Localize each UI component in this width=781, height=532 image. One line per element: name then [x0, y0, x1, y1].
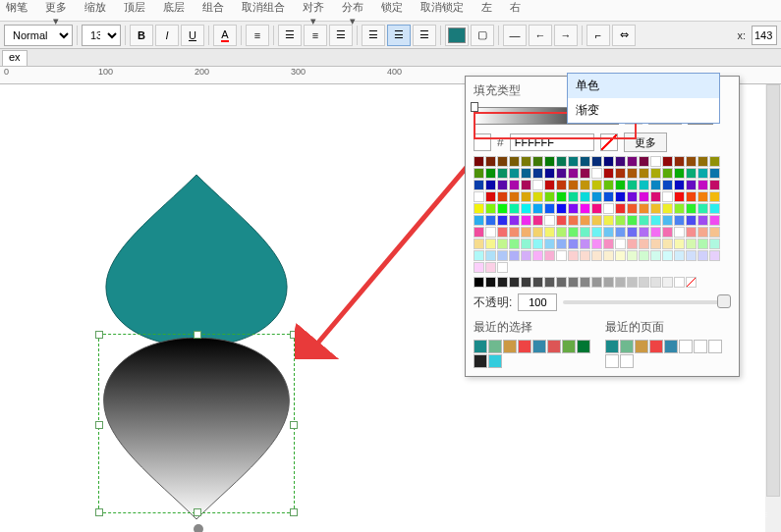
- palette-cell[interactable]: [580, 203, 590, 214]
- palette-cell[interactable]: [603, 203, 614, 214]
- palette-cell[interactable]: [474, 156, 484, 167]
- palette-cell[interactable]: [497, 168, 508, 179]
- palette-cell[interactable]: [532, 250, 543, 261]
- palette-cell[interactable]: [556, 203, 567, 214]
- palette-cell[interactable]: [709, 203, 720, 214]
- palette-cell[interactable]: [532, 191, 543, 202]
- flip-h-button[interactable]: ⇔: [612, 25, 636, 46]
- palette-cell[interactable]: [650, 250, 661, 261]
- palette-cell[interactable]: [603, 250, 614, 261]
- resize-handle-e[interactable]: [290, 421, 298, 429]
- palette-cell[interactable]: [509, 250, 520, 261]
- palette-cell[interactable]: [697, 180, 708, 190]
- palette-cell[interactable]: [544, 191, 555, 202]
- palette-cell[interactable]: [532, 203, 543, 214]
- palette-cell[interactable]: [627, 227, 638, 238]
- palette-cell[interactable]: [674, 168, 685, 179]
- palette-cell[interactable]: [544, 227, 555, 238]
- palette-cell[interactable]: [686, 239, 697, 249]
- arrow-end-button[interactable]: →: [554, 25, 578, 46]
- palette-cell[interactable]: [509, 215, 520, 226]
- palette-cell[interactable]: [485, 227, 496, 238]
- palette-cell[interactable]: [639, 250, 649, 261]
- palette-cell[interactable]: [591, 227, 602, 238]
- recent-swatch[interactable]: [635, 340, 648, 353]
- palette-cell[interactable]: [544, 180, 555, 190]
- palette-cell[interactable]: [532, 168, 543, 179]
- align-center-button[interactable]: ≡: [304, 25, 327, 46]
- palette-cell[interactable]: [674, 156, 685, 167]
- bold-button[interactable]: B: [130, 25, 153, 46]
- palette-cell[interactable]: [709, 168, 720, 179]
- arrow-start-button[interactable]: ←: [529, 25, 552, 46]
- palette-cell[interactable]: [639, 156, 649, 167]
- palette-cell[interactable]: [650, 191, 661, 202]
- palette-cell[interactable]: [509, 227, 520, 238]
- palette-cell[interactable]: [521, 168, 531, 179]
- palette-cell[interactable]: [497, 156, 508, 167]
- palette-cell[interactable]: [709, 227, 720, 238]
- palette-cell[interactable]: [591, 250, 602, 261]
- recent-swatch[interactable]: [488, 340, 502, 353]
- gray-cell[interactable]: [474, 277, 484, 288]
- palette-cell[interactable]: [568, 203, 579, 214]
- scrollbar-thumb[interactable]: [766, 84, 780, 497]
- palette-cell[interactable]: [532, 227, 543, 238]
- palette-cell[interactable]: [603, 215, 614, 226]
- palette-cell[interactable]: [521, 215, 531, 226]
- palette-cell[interactable]: [474, 203, 484, 214]
- palette-cell[interactable]: [674, 227, 685, 238]
- palette-cell[interactable]: [686, 250, 697, 261]
- palette-cell[interactable]: [474, 168, 484, 179]
- palette-cell[interactable]: [639, 191, 649, 202]
- palette-cell[interactable]: [627, 250, 638, 261]
- palette-cell[interactable]: [509, 191, 520, 202]
- palette-cell[interactable]: [591, 156, 602, 167]
- palette-cell[interactable]: [697, 250, 708, 261]
- palette-cell[interactable]: [521, 180, 531, 190]
- recent-swatch[interactable]: [664, 340, 678, 353]
- resize-handle-ne[interactable]: [290, 331, 298, 339]
- palette-cell[interactable]: [627, 215, 638, 226]
- recent-page-swatches[interactable]: [605, 340, 731, 368]
- palette-cell[interactable]: [615, 191, 626, 202]
- gray-cell[interactable]: [591, 277, 602, 288]
- palette-cell[interactable]: [556, 239, 567, 249]
- palette-cell[interactable]: [674, 250, 685, 261]
- palette-cell[interactable]: [674, 239, 685, 249]
- palette-cell[interactable]: [580, 180, 590, 190]
- recent-swatch[interactable]: [620, 340, 634, 353]
- palette-cell[interactable]: [474, 191, 484, 202]
- palette-cell[interactable]: [686, 227, 697, 238]
- palette-cell[interactable]: [709, 250, 720, 261]
- palette-cell[interactable]: [662, 239, 673, 249]
- palette-cell[interactable]: [709, 215, 720, 226]
- palette-cell[interactable]: [627, 191, 638, 202]
- shadow-button[interactable]: ▢: [471, 25, 494, 46]
- recent-swatch[interactable]: [708, 340, 722, 353]
- palette-cell[interactable]: [603, 180, 614, 190]
- palette-cell[interactable]: [556, 215, 567, 226]
- palette-cell[interactable]: [662, 191, 673, 202]
- palette-cell[interactable]: [580, 215, 590, 226]
- palette-cell[interactable]: [568, 250, 579, 261]
- palette-cell[interactable]: [485, 215, 496, 226]
- palette-cell[interactable]: [521, 239, 531, 249]
- recent-swatch[interactable]: [649, 340, 663, 353]
- palette-cell[interactable]: [697, 156, 708, 167]
- palette-cell[interactable]: [580, 239, 590, 249]
- gray-cell[interactable]: [556, 277, 567, 288]
- palette-cell[interactable]: [674, 180, 685, 190]
- palette-cell[interactable]: [509, 156, 520, 167]
- resize-handle-nw[interactable]: [95, 331, 103, 339]
- palette-cell[interactable]: [615, 180, 626, 190]
- toolbar-group-right[interactable]: 右: [510, 0, 521, 15]
- gray-cell[interactable]: [650, 277, 661, 288]
- palette-cell[interactable]: [686, 168, 697, 179]
- palette-cell[interactable]: [568, 180, 579, 190]
- palette-cell[interactable]: [709, 191, 720, 202]
- recent-swatch[interactable]: [547, 340, 561, 353]
- palette-cell[interactable]: [709, 239, 720, 249]
- palette-cell[interactable]: [603, 239, 614, 249]
- recent-swatch[interactable]: [488, 354, 502, 368]
